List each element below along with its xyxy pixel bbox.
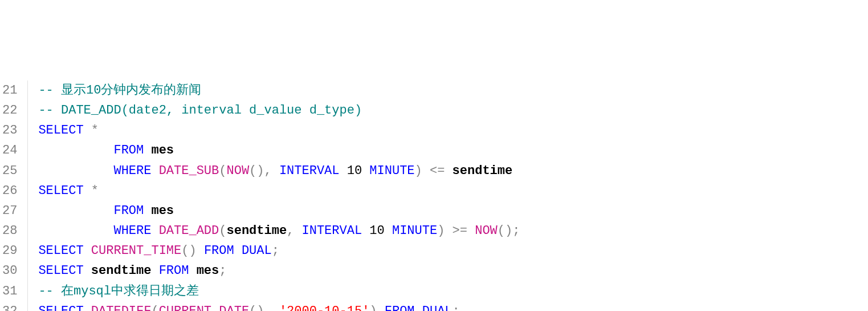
code-token: >= [453,224,467,238]
code-token: SELECT [38,304,83,311]
code-token [362,224,369,238]
code-token [151,264,158,278]
code-token: DUAL [242,244,272,258]
code-token [385,224,392,238]
code-token: sendtime [453,164,513,178]
code-token: -- 在mysql中求得日期之差 [38,284,199,298]
code-line: -- DATE_ADD(date2, interval d_value d_ty… [38,100,868,120]
code-token: FROM [385,304,415,311]
code-token: INTERVAL [302,224,362,238]
code-line: FROM mes [38,201,868,221]
code-token [234,244,242,258]
code-token: ; [272,244,279,258]
code-line: -- 在mysql中求得日期之差 [38,281,868,301]
line-number: 26 [2,181,17,201]
code-token: ; [219,264,226,278]
line-number: 32 [2,301,17,311]
code-token: SELECT [38,123,83,138]
code-token [151,224,158,238]
code-token: CURRENT_TIME [91,244,181,258]
code-token: ( [219,224,226,238]
code-token: SELECT [38,244,83,258]
code-token: DATE_ADD [159,224,219,238]
code-token [362,164,369,178]
code-token: INTERVAL [279,164,340,178]
code-token: () [181,244,204,258]
code-token [38,143,113,157]
code-token [84,184,91,198]
code-token: ) [437,224,452,238]
code-token [84,264,91,278]
code-line: WHERE DATE_SUB(NOW(), INTERVAL 10 MINUTE… [38,161,868,181]
code-token: sendtime [226,224,287,238]
code-line: SELECT DATEDIFF(CURRENT_DATE(), '2000-10… [38,301,868,311]
code-token: -- DATE_ADD(date2, interval d_value d_ty… [38,103,362,118]
line-number: 31 [2,281,17,301]
code-token [467,224,475,238]
code-token [38,164,113,178]
code-token [84,123,91,138]
code-token: DATE_SUB [159,164,219,178]
line-number: 25 [2,161,17,181]
code-token: 10 [347,164,362,178]
code-token: NOW [475,224,498,238]
line-number: 29 [2,241,17,261]
code-token: FROM [204,244,234,258]
code-line: SELECT CURRENT_TIME() FROM DUAL; [38,241,868,261]
code-line: SELECT * [38,120,868,140]
code-token: sendtime [91,264,152,278]
code-token [144,204,151,218]
code-token: , [287,224,301,238]
code-token: FROM [113,143,144,157]
code-line: FROM mes [38,140,868,160]
code-token: FROM [113,204,144,218]
line-number: 21 [2,80,17,100]
code-token: (); [498,224,520,238]
line-number-gutter: 212223242526272829303132333435 [0,80,28,311]
code-token: CURRENT_DATE [159,304,249,311]
code-token [151,164,158,178]
code-token [340,164,347,178]
code-line: -- 显示10分钟内发布的新闻 [38,80,868,100]
code-token: NOW [226,164,249,178]
code-token: 10 [369,224,384,238]
code-token [415,304,422,311]
line-number: 24 [2,140,17,160]
code-token: mes [151,204,174,218]
line-number: 30 [2,261,17,281]
code-token: ( [151,304,158,311]
code-token: FROM [159,264,189,278]
code-token [38,204,113,218]
code-token: * [91,184,99,198]
code-token: <= [430,164,445,178]
line-number: 22 [2,100,17,120]
code-area: -- 显示10分钟内发布的新闻-- DATE_ADD(date2, interv… [28,80,868,311]
code-token: (), [249,304,279,311]
code-token [84,244,91,258]
line-number: 27 [2,201,17,221]
code-token: DUAL [422,304,453,311]
line-number: 23 [2,120,17,140]
code-token [445,164,452,178]
line-number: 28 [2,221,17,241]
code-token: * [91,123,99,138]
code-token: WHERE [113,164,151,178]
code-token: WHERE [113,224,151,238]
code-token: MINUTE [369,164,414,178]
code-token: -- 显示10分钟内发布的新闻 [38,83,201,98]
code-token [84,304,91,311]
code-token: SELECT [38,184,83,198]
code-token [144,143,151,157]
code-line: SELECT sendtime FROM mes; [38,261,868,281]
code-token: ) [415,164,430,178]
code-token: DATEDIFF [91,304,152,311]
code-token [38,224,113,238]
code-line: WHERE DATE_ADD(sendtime, INTERVAL 10 MIN… [38,221,868,241]
code-line: SELECT * [38,181,868,201]
code-token: (), [249,164,279,178]
code-token: '2000-10-15' [279,304,369,311]
code-token: mes [197,264,219,278]
code-token [189,264,196,278]
code-token: ) [369,304,384,311]
code-token: mes [151,143,174,157]
